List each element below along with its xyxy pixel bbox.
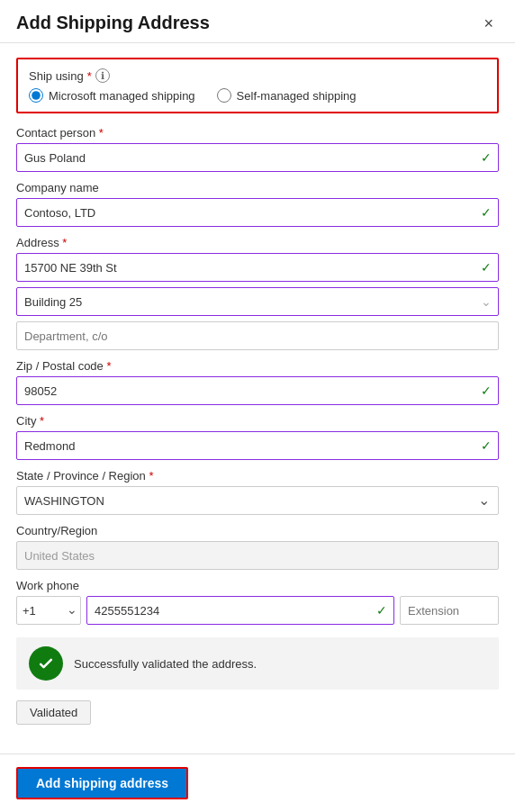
zip-input-wrapper: ✓ bbox=[16, 376, 499, 405]
address-line1-wrapper: ✓ bbox=[16, 253, 499, 282]
state-select-wrapper: WASHINGTON bbox=[16, 486, 499, 515]
contact-person-input[interactable] bbox=[16, 143, 499, 172]
ship-using-label: Ship using * ℹ bbox=[29, 68, 486, 83]
city-input[interactable] bbox=[16, 431, 499, 460]
phone-number-wrapper: ✓ bbox=[86, 596, 394, 625]
ship-using-radio-group: Microsoft managed shipping Self-managed … bbox=[29, 88, 486, 103]
success-check-icon bbox=[37, 654, 55, 672]
address-line3-wrapper bbox=[16, 321, 499, 350]
ship-using-section: Ship using * ℹ Microsoft managed shippin… bbox=[16, 58, 499, 113]
address-label: Address * bbox=[16, 236, 499, 249]
company-name-check-icon: ✓ bbox=[481, 205, 492, 220]
phone-country-wrapper: +1 bbox=[16, 596, 81, 625]
city-check-icon: ✓ bbox=[481, 438, 492, 453]
phone-row: +1 ✓ bbox=[16, 596, 499, 625]
company-name-input[interactable] bbox=[16, 198, 499, 227]
modal-body: Ship using * ℹ Microsoft managed shippin… bbox=[0, 43, 515, 753]
success-circle bbox=[29, 646, 63, 681]
modal-header: Add Shipping Address × bbox=[0, 0, 515, 43]
company-name-label: Company name bbox=[16, 181, 499, 194]
country-field: Country/Region bbox=[16, 524, 499, 570]
modal-container: Add Shipping Address × Ship using * ℹ Mi… bbox=[0, 0, 515, 812]
state-field: State / Province / Region * WASHINGTON bbox=[16, 469, 499, 515]
city-field: City * ✓ bbox=[16, 414, 499, 460]
address-line2-input[interactable] bbox=[16, 287, 499, 316]
country-input-wrapper bbox=[16, 541, 499, 570]
city-label: City * bbox=[16, 414, 499, 428]
zip-check-icon: ✓ bbox=[481, 383, 492, 398]
phone-number-input[interactable] bbox=[86, 596, 394, 625]
required-indicator: * bbox=[87, 69, 92, 83]
self-managed-option[interactable]: Self-managed shipping bbox=[217, 88, 357, 103]
work-phone-field: Work phone +1 ✓ bbox=[16, 579, 499, 625]
state-select[interactable]: WASHINGTON bbox=[16, 486, 499, 515]
contact-person-field: Contact person * ✓ bbox=[16, 126, 499, 172]
company-name-field: Company name ✓ bbox=[16, 181, 499, 227]
add-shipping-address-button[interactable]: Add shipping address bbox=[16, 767, 188, 799]
contact-person-check-icon: ✓ bbox=[481, 150, 492, 165]
self-managed-radio[interactable] bbox=[217, 88, 231, 103]
country-input bbox=[16, 541, 499, 570]
zip-field: Zip / Postal code * ✓ bbox=[16, 359, 499, 405]
close-button[interactable]: × bbox=[478, 14, 499, 33]
modal-footer: Add shipping address bbox=[0, 753, 515, 812]
work-phone-label: Work phone bbox=[16, 579, 499, 592]
phone-check-icon: ✓ bbox=[376, 603, 387, 618]
address-line1-check-icon: ✓ bbox=[481, 260, 492, 275]
company-name-input-wrapper: ✓ bbox=[16, 198, 499, 227]
zip-input[interactable] bbox=[16, 376, 499, 405]
microsoft-managed-option[interactable]: Microsoft managed shipping bbox=[29, 88, 195, 103]
address-field: Address * ✓ ⌄ bbox=[16, 236, 499, 350]
state-label: State / Province / Region * bbox=[16, 469, 499, 483]
zip-label: Zip / Postal code * bbox=[16, 359, 499, 373]
success-message: Successfully validated the address. bbox=[74, 657, 257, 671]
address-line2-check-icon: ⌄ bbox=[481, 294, 492, 309]
city-input-wrapper: ✓ bbox=[16, 431, 499, 460]
address-line3-input[interactable] bbox=[16, 321, 499, 350]
address-line2-wrapper: ⌄ bbox=[16, 287, 499, 316]
info-icon[interactable]: ℹ bbox=[95, 68, 110, 83]
contact-person-input-wrapper: ✓ bbox=[16, 143, 499, 172]
address-line1-input[interactable] bbox=[16, 253, 499, 282]
validated-button[interactable]: Validated bbox=[16, 700, 91, 725]
microsoft-managed-radio[interactable] bbox=[29, 88, 43, 103]
page-title: Add Shipping Address bbox=[16, 13, 210, 33]
phone-country-select[interactable]: +1 bbox=[16, 596, 81, 625]
extension-input[interactable] bbox=[400, 596, 499, 625]
country-label: Country/Region bbox=[16, 524, 499, 537]
contact-person-label: Contact person * bbox=[16, 126, 499, 140]
success-banner: Successfully validated the address. bbox=[16, 637, 499, 690]
